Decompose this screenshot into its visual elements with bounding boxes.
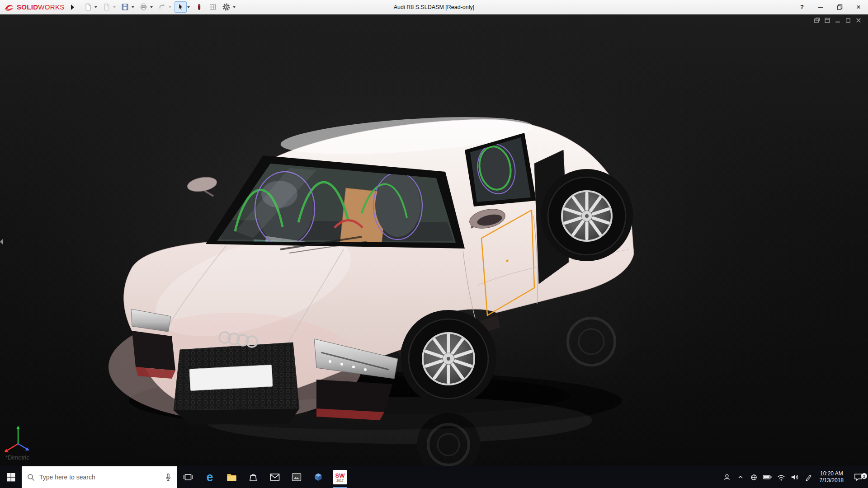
undo-button[interactable] [156,1,168,13]
help-button[interactable]: ? [793,4,811,10]
undo-icon [158,3,166,11]
select-tool-button[interactable] [175,1,187,13]
model-scene[interactable] [0,14,868,466]
license-plate [189,365,273,390]
window-title: Audi R8 S.SLDASM [Read-only] [394,4,475,10]
gear-icon [222,3,230,11]
open-document-button[interactable] [100,1,113,13]
notification-badge: 2 [861,473,867,479]
file-explorer-button[interactable] [221,466,242,488]
hidden-icons-button[interactable] [734,473,747,481]
cad-viewer-button[interactable] [307,466,329,488]
file-explorer-icon [226,473,237,482]
select-cursor-icon [177,3,184,11]
people-button[interactable] [720,473,734,482]
network-globe-icon [750,473,758,482]
front-splitter [174,408,299,425]
panel-collapse-chevron[interactable] [0,239,3,244]
options-dropdown-arrow[interactable] [233,6,236,8]
left-intake [132,331,175,371]
design-table-button[interactable] [207,1,219,13]
clock-date: 7/13/2018 [820,477,844,484]
ds-logo-icon [4,3,14,11]
options-button[interactable] [220,1,232,13]
solidworks-2017-button[interactable]: SW 2017 [329,466,351,488]
edge-icon: e [206,471,213,483]
design-table-icon [209,3,217,11]
rear-wheel[interactable] [541,169,633,261]
snip-tool-icon [292,473,302,482]
macro-record-icon [195,3,203,11]
taskbar: e SW 2017 [0,466,868,488]
title-bar: SOLIDWORKS [0,0,868,14]
pen-button[interactable] [802,473,815,482]
3d-viewport[interactable]: *Dimetric [0,14,868,466]
close-doc-button[interactable] [855,17,862,23]
minimize-icon [818,7,823,8]
people-icon [722,473,731,482]
restore-button[interactable] [830,0,849,14]
save-button[interactable] [119,1,131,13]
task-view-button[interactable] [177,466,199,488]
solidworks-logo: SOLIDWORKS [0,3,67,11]
select-dropdown-arrow[interactable] [187,6,190,8]
wifi-icon [777,474,786,481]
volume-icon [790,473,799,481]
new-document-icon [84,3,92,11]
solidworks-2017-icon: SW 2017 [333,470,347,484]
cad-viewer-cube-icon [313,472,323,482]
mail-icon [270,473,280,481]
snip-tool-button[interactable] [286,466,307,488]
front-wheel[interactable] [401,310,496,406]
macro-record-button[interactable] [193,1,205,13]
volume-button[interactable] [788,473,802,481]
view-orientation-label: *Dimetric [5,454,29,461]
print-dropdown-arrow[interactable] [150,6,153,8]
right-intake [316,380,392,412]
quick-toolbar [80,1,237,13]
taskbar-search[interactable] [22,466,177,488]
taskbar-clock[interactable]: 10:20 AM 7/13/2018 [815,470,848,484]
clock-time: 10:20 AM [820,470,844,477]
chevron-up-icon [736,473,745,481]
task-view-icon [183,472,193,482]
save-icon [121,3,129,11]
open-dropdown-arrow[interactable] [113,6,116,8]
microphone-icon[interactable] [165,473,172,481]
store-button[interactable] [242,466,264,488]
battery-icon [763,474,772,481]
restore-doc-button[interactable] [845,17,851,23]
save-dropdown-arrow[interactable] [132,6,134,8]
minimize-button[interactable] [811,0,830,14]
new-document-button[interactable] [82,1,94,13]
document-window-controls [814,17,862,23]
search-input[interactable] [39,474,160,481]
restore-icon [837,4,843,10]
action-center-button[interactable]: 2 [848,473,868,482]
network-button[interactable] [747,473,761,482]
wifi-button[interactable] [774,474,788,481]
close-icon: × [856,3,861,11]
cascade-window-button[interactable] [824,17,830,23]
print-button[interactable] [137,1,150,13]
pen-icon [804,473,812,482]
store-bag-icon [248,472,258,482]
mail-button[interactable] [264,466,286,488]
print-icon [140,3,147,11]
start-button[interactable] [0,466,22,488]
open-document-icon [103,3,110,11]
brand-text: SOLIDWORKS [17,3,65,11]
battery-button[interactable] [761,474,774,481]
close-button[interactable]: × [849,0,868,14]
undo-dropdown-arrow[interactable] [169,6,171,8]
system-tray: 10:20 AM 7/13/2018 2 [720,466,868,488]
new-dropdown-arrow[interactable] [94,6,97,8]
menu-expand-arrow[interactable] [71,5,74,10]
new-window-button[interactable] [814,17,820,23]
edge-button[interactable]: e [199,466,221,488]
search-icon [27,474,35,481]
minimize-doc-button[interactable] [835,17,841,23]
windows-logo-icon [7,473,15,482]
